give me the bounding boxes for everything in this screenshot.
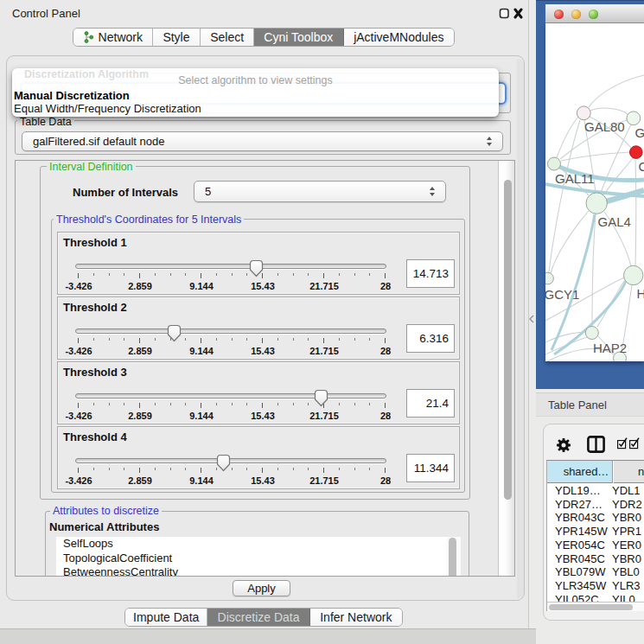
svg-text:HAP2: HAP2	[593, 341, 627, 355]
svg-text:G.: G.	[635, 125, 644, 140]
svg-text:C: C	[639, 159, 644, 174]
svg-text:GAL80: GAL80	[584, 119, 625, 134]
svg-text:GAL4: GAL4	[598, 214, 631, 229]
svg-text:GCY1: GCY1	[545, 287, 579, 302]
svg-text:H: H	[637, 286, 644, 301]
svg-text:GAL11: GAL11	[555, 171, 595, 186]
